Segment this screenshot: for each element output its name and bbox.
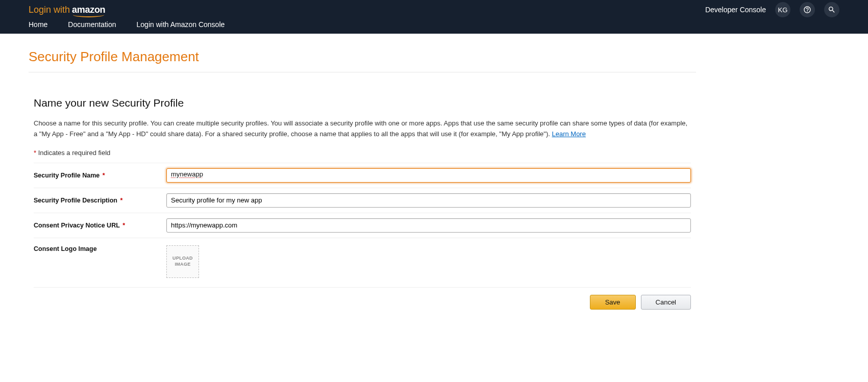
help-icon[interactable]	[800, 2, 815, 17]
control-privacy-url	[166, 218, 691, 233]
intro-text: Choose a name for this security profile.…	[34, 119, 687, 138]
required-note-text: Indicates a required field	[38, 149, 111, 157]
privacy-url-input[interactable]	[166, 218, 691, 233]
asterisk-icon: *	[118, 197, 122, 204]
asterisk-icon: *	[101, 172, 105, 179]
control-logo-image: UPLOAD IMAGE	[166, 245, 691, 278]
nav-home[interactable]: Home	[29, 20, 47, 29]
cancel-button[interactable]: Cancel	[641, 295, 691, 310]
amazon-logo: amazon	[72, 5, 105, 15]
developer-console-link[interactable]: Developer Console	[705, 6, 766, 14]
learn-more-link[interactable]: Learn More	[552, 130, 585, 138]
profile-name-input[interactable]: mynewapp	[166, 168, 691, 183]
row-profile-description: Security Profile Description *	[34, 188, 691, 213]
control-profile-description	[166, 193, 691, 208]
form-actions: Save Cancel	[29, 288, 696, 310]
label-privacy-url: Consent Privacy Notice URL *	[34, 222, 166, 229]
profile-name-value: mynewapp	[171, 170, 203, 178]
user-avatar[interactable]: KG	[775, 2, 790, 17]
row-profile-name: Security Profile Name * mynewapp	[34, 163, 691, 188]
topbar-upper: Login with amazon Developer Console KG	[0, 0, 868, 17]
label-logo-image: Consent Logo Image	[34, 245, 166, 252]
row-logo-image: Consent Logo Image UPLOAD IMAGE	[34, 238, 691, 288]
save-button[interactable]: Save	[590, 295, 636, 310]
asterisk-icon: *	[34, 149, 36, 157]
profile-description-input[interactable]	[166, 193, 691, 208]
page-title: Security Profile Management	[29, 49, 696, 72]
section-title: Name your new Security Profile	[34, 97, 691, 109]
security-profile-form: Security Profile Name * mynewapp Securit…	[34, 163, 691, 288]
search-icon[interactable]	[824, 2, 839, 17]
upload-image-button[interactable]: UPLOAD IMAGE	[166, 245, 199, 278]
label-profile-name: Security Profile Name *	[34, 172, 166, 179]
brand-logo-area[interactable]: Login with amazon	[29, 5, 105, 15]
row-privacy-url: Consent Privacy Notice URL *	[34, 213, 691, 238]
intro-paragraph: Choose a name for this security profile.…	[34, 118, 691, 140]
top-right-controls: Developer Console KG	[705, 2, 839, 17]
main-nav: Home Documentation Login with Amazon Con…	[0, 17, 868, 34]
brand-prefix: Login with	[29, 5, 70, 15]
control-profile-name: mynewapp	[166, 168, 691, 183]
label-profile-description: Security Profile Description *	[34, 197, 166, 204]
nav-documentation[interactable]: Documentation	[68, 20, 116, 29]
page-content: Security Profile Management Name your ne…	[0, 34, 725, 310]
nav-lwa-console[interactable]: Login with Amazon Console	[137, 20, 225, 29]
asterisk-icon: *	[121, 222, 125, 229]
top-bar: Login with amazon Developer Console KG H…	[0, 0, 868, 34]
required-field-note: * Indicates a required field	[34, 149, 691, 157]
